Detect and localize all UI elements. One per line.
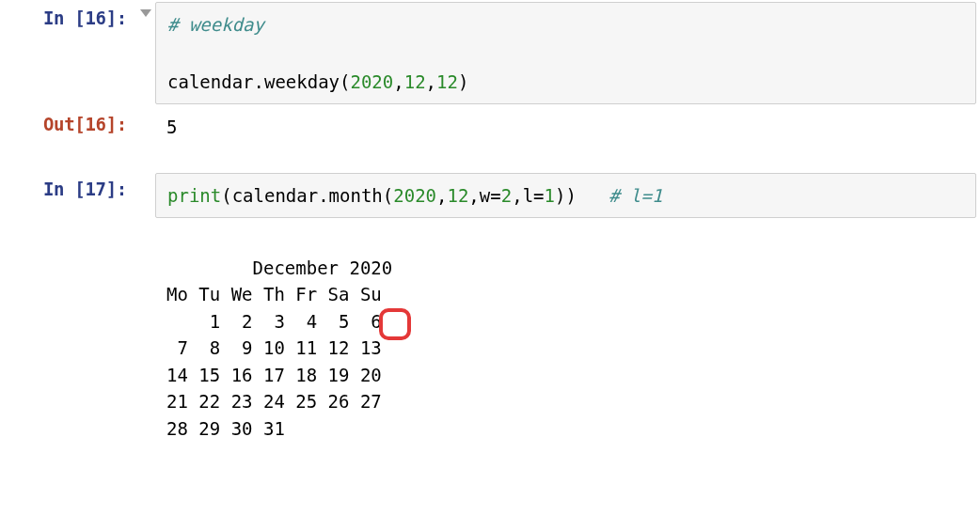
input-cell-16: In [16]: # weekday calendar.weekday(2020… — [0, 0, 980, 106]
code-number: 12 — [436, 71, 458, 92]
code-punct: , — [436, 185, 447, 206]
output-cell-16: Out[16]: 5 — [0, 106, 980, 148]
code-number: 1 — [545, 185, 555, 206]
code-param: l — [523, 185, 533, 206]
code-number: 12 — [404, 71, 426, 92]
code-punct: , — [468, 185, 479, 206]
code-input-17[interactable]: print(calendar.month(2020,12,w=2,l=1)) #… — [155, 173, 976, 218]
code-input-16[interactable]: # weekday calendar.weekday(2020,12,12) — [155, 2, 976, 104]
output-text-16: 5 — [155, 106, 980, 148]
calendar-output: December 2020 Mo Tu We Th Fr Sa Su 1 2 3… — [166, 258, 392, 439]
code-comment: # l=1 — [609, 185, 662, 206]
code-punct: , — [393, 71, 403, 92]
in-prompt-17: In [17]: — [0, 171, 136, 207]
out-prompt-16: Out[16]: — [0, 106, 136, 142]
code-param: w — [480, 185, 490, 206]
cell-gap — [0, 148, 980, 171]
code-func: print — [167, 185, 221, 206]
collapse-spacer — [136, 106, 155, 116]
output-cell-17: December 2020 Mo Tu We Th Fr Sa Su 1 2 3… — [0, 220, 980, 515]
collapse-spacer-17b — [136, 220, 155, 229]
code-comment: # weekday — [167, 14, 264, 35]
input-cell-17: In [17]: print(calendar.month(2020,12,w=… — [0, 171, 980, 220]
code-text: calendar.weekday( — [167, 71, 350, 92]
collapse-spacer-17 — [136, 171, 155, 180]
code-punct: , — [426, 71, 436, 92]
code-text: )) — [555, 185, 577, 206]
collapse-toggle-16[interactable] — [136, 0, 155, 17]
code-number: 2 — [501, 185, 512, 206]
code-punct: = — [490, 185, 500, 206]
code-number: 12 — [447, 185, 468, 206]
code-number: 2020 — [350, 71, 393, 92]
code-punct: = — [533, 185, 544, 206]
code-punct: ( — [221, 185, 231, 206]
chevron-down-icon — [140, 9, 151, 17]
highlight-circle — [379, 308, 411, 340]
out-prompt-17-blank — [0, 220, 136, 235]
code-text: ) — [458, 71, 468, 92]
code-number: 2020 — [393, 185, 436, 206]
code-text: calendar.month( — [232, 185, 394, 206]
in-prompt-16: In [16]: — [0, 0, 136, 36]
code-punct: , — [512, 185, 522, 206]
code-gap — [577, 185, 609, 206]
output-text-17: December 2020 Mo Tu We Th Fr Sa Su 1 2 3… — [155, 220, 980, 515]
